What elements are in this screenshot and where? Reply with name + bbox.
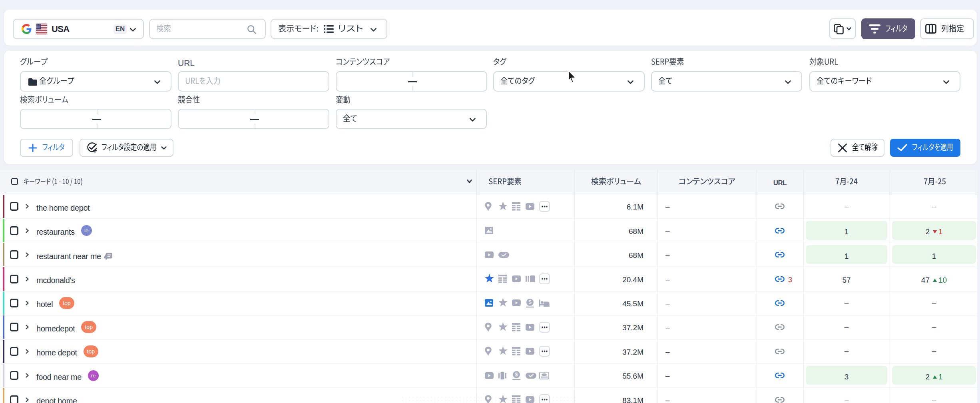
svg-text:$: $ [515,371,518,377]
svg-text:$: $ [528,299,532,305]
